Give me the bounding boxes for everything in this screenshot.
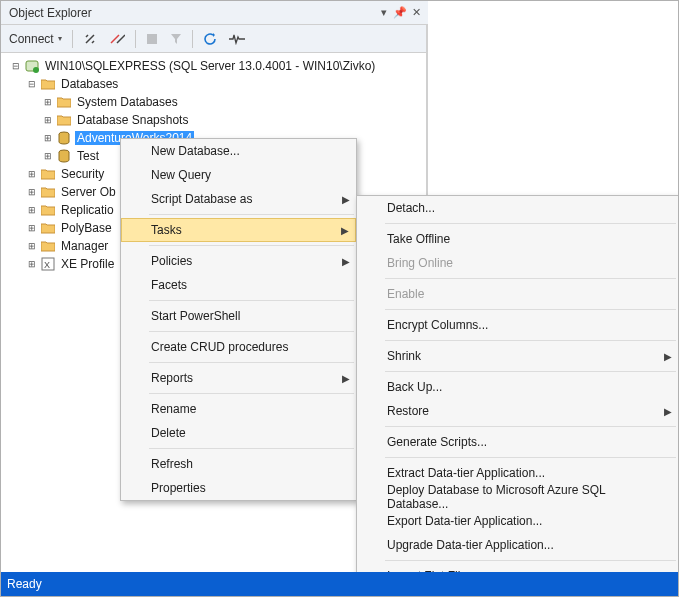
status-text: Ready bbox=[7, 577, 42, 591]
menu-backup[interactable]: Back Up... bbox=[357, 375, 678, 399]
submenu-arrow-icon: ▶ bbox=[342, 256, 350, 267]
expand-icon[interactable]: ⊞ bbox=[25, 205, 39, 215]
close-icon[interactable]: ✕ bbox=[408, 6, 424, 19]
menu-upgrade-dt[interactable]: Upgrade Data-tier Application... bbox=[357, 533, 678, 557]
folder-icon bbox=[39, 168, 57, 180]
menu-refresh[interactable]: Refresh bbox=[121, 452, 356, 476]
collapse-icon[interactable]: ⊟ bbox=[9, 61, 23, 71]
menu-restore[interactable]: Restore▶ bbox=[357, 399, 678, 423]
context-menu-tasks: Detach... Take Offline Bring Online Enab… bbox=[356, 195, 679, 597]
pin-icon[interactable]: 📌 bbox=[392, 6, 408, 19]
menu-start-powershell[interactable]: Start PowerShell bbox=[121, 304, 356, 328]
panel-toolbar: Connect▾ bbox=[1, 25, 428, 53]
menu-facets[interactable]: Facets bbox=[121, 273, 356, 297]
menu-bring-online: Bring Online bbox=[357, 251, 678, 275]
menu-new-query[interactable]: New Query bbox=[121, 163, 356, 187]
menu-encrypt-columns[interactable]: Encrypt Columns... bbox=[357, 313, 678, 337]
expand-icon[interactable]: ⊞ bbox=[41, 133, 55, 143]
server-icon bbox=[23, 59, 41, 73]
menu-new-database[interactable]: New Database... bbox=[121, 139, 356, 163]
database-icon bbox=[55, 149, 73, 163]
tree-snapshots[interactable]: ⊞ Database Snapshots bbox=[5, 111, 428, 129]
expand-icon[interactable]: ⊞ bbox=[25, 169, 39, 179]
activity-monitor-icon[interactable] bbox=[225, 31, 249, 47]
folder-icon bbox=[39, 222, 57, 234]
menu-shrink[interactable]: Shrink▶ bbox=[357, 344, 678, 368]
stop-icon bbox=[142, 31, 162, 47]
menu-take-offline[interactable]: Take Offline bbox=[357, 227, 678, 251]
expand-icon[interactable]: ⊞ bbox=[25, 187, 39, 197]
folder-icon bbox=[39, 204, 57, 216]
menu-generate-scripts[interactable]: Generate Scripts... bbox=[357, 430, 678, 454]
submenu-arrow-icon: ▶ bbox=[342, 194, 350, 205]
menu-script-database[interactable]: Script Database as▶ bbox=[121, 187, 356, 211]
connect-button[interactable]: Connect▾ bbox=[5, 30, 66, 48]
filter-icon bbox=[166, 31, 186, 47]
collapse-icon[interactable]: ⊟ bbox=[25, 79, 39, 89]
tree-sysdb[interactable]: ⊞ System Databases bbox=[5, 93, 428, 111]
menu-reports[interactable]: Reports▶ bbox=[121, 366, 356, 390]
submenu-arrow-icon: ▶ bbox=[664, 351, 672, 362]
tree-server[interactable]: ⊟ WIN10\SQLEXPRESS (SQL Server 13.0.4001… bbox=[5, 57, 428, 75]
svg-rect-0 bbox=[147, 34, 157, 44]
menu-properties[interactable]: Properties bbox=[121, 476, 356, 500]
menu-export-dt[interactable]: Export Data-tier Application... bbox=[357, 509, 678, 533]
folder-icon bbox=[55, 96, 73, 108]
menu-deploy-azure[interactable]: Deploy Database to Microsoft Azure SQL D… bbox=[357, 485, 678, 509]
context-menu-database: New Database... New Query Script Databas… bbox=[120, 138, 357, 501]
panel-titlebar: Object Explorer ▾ 📌 ✕ bbox=[1, 1, 428, 25]
menu-crud[interactable]: Create CRUD procedures bbox=[121, 335, 356, 359]
folder-icon bbox=[55, 114, 73, 126]
menu-tasks[interactable]: Tasks▶ bbox=[121, 218, 356, 242]
database-icon bbox=[55, 131, 73, 145]
refresh-icon[interactable] bbox=[199, 30, 221, 48]
submenu-arrow-icon: ▶ bbox=[664, 406, 672, 417]
menu-rename[interactable]: Rename bbox=[121, 397, 356, 421]
disconnect-icon[interactable] bbox=[79, 30, 101, 48]
disconnect-all-icon[interactable] bbox=[105, 30, 129, 48]
folder-icon bbox=[39, 240, 57, 252]
expand-icon[interactable]: ⊞ bbox=[41, 115, 55, 125]
xe-icon: X bbox=[39, 257, 57, 271]
svg-text:X: X bbox=[44, 260, 50, 270]
window-position-icon[interactable]: ▾ bbox=[376, 6, 392, 19]
svg-point-2 bbox=[33, 67, 39, 73]
folder-icon bbox=[39, 186, 57, 198]
menu-detach[interactable]: Detach... bbox=[357, 196, 678, 220]
tree-databases[interactable]: ⊟ Databases bbox=[5, 75, 428, 93]
status-bar: Ready bbox=[1, 572, 678, 596]
expand-icon[interactable]: ⊞ bbox=[25, 259, 39, 269]
menu-delete[interactable]: Delete bbox=[121, 421, 356, 445]
panel-title: Object Explorer bbox=[5, 6, 376, 20]
expand-icon[interactable]: ⊞ bbox=[41, 97, 55, 107]
menu-enable: Enable bbox=[357, 282, 678, 306]
submenu-arrow-icon: ▶ bbox=[341, 225, 349, 236]
menu-policies[interactable]: Policies▶ bbox=[121, 249, 356, 273]
expand-icon[interactable]: ⊞ bbox=[25, 241, 39, 251]
menu-extract-dt[interactable]: Extract Data-tier Application... bbox=[357, 461, 678, 485]
folder-icon bbox=[39, 78, 57, 90]
expand-icon[interactable]: ⊞ bbox=[41, 151, 55, 161]
expand-icon[interactable]: ⊞ bbox=[25, 223, 39, 233]
submenu-arrow-icon: ▶ bbox=[342, 373, 350, 384]
